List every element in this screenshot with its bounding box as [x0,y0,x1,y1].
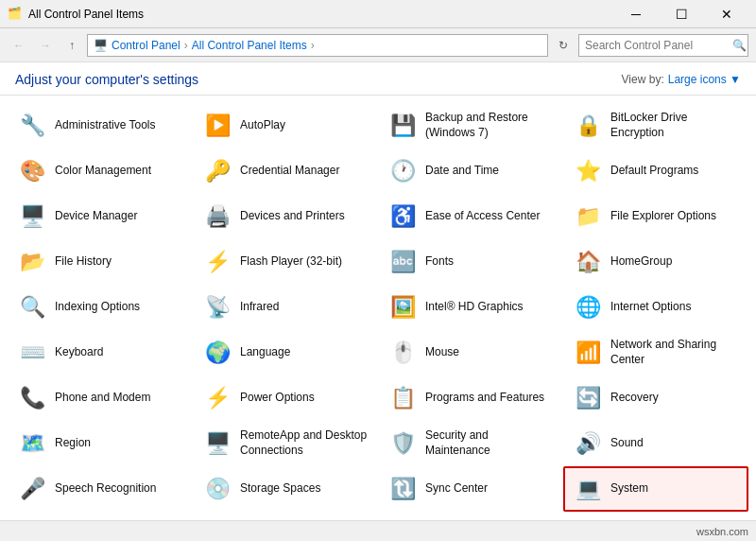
up-button[interactable]: ↑ [60,34,83,57]
cp-item-system[interactable]: 💻System [563,466,748,512]
cp-item-credential-manager[interactable]: 🔑Credential Manager [193,148,378,194]
search-button[interactable]: 🔍 [732,39,747,52]
cp-item-flash-player[interactable]: ⚡Flash Player (32-bit) [193,239,378,285]
cp-item-device-manager[interactable]: 🖥️Device Manager [8,194,193,239]
bitlocker-icon: 🔒 [573,111,603,141]
network-sharing-icon: 📶 [573,338,603,368]
cp-item-indexing-options[interactable]: 🔍Indexing Options [8,285,193,330]
cp-item-intel-hd-graphics[interactable]: 🖼️Intel® HD Graphics [378,285,563,330]
autoplay-label: AutoPlay [240,118,285,133]
cp-item-fonts[interactable]: 🔤Fonts [378,239,563,285]
breadcrumb-control-panel[interactable]: Control Panel [112,39,180,52]
cp-item-devices-printers[interactable]: 🖨️Devices and Printers [193,194,378,239]
cp-item-file-explorer-options[interactable]: 📁File Explorer Options [563,194,748,239]
phone-modem-icon: 📞 [17,383,47,413]
color-management-label: Color Management [55,164,151,179]
cp-item-sound[interactable]: 🔊Sound [563,421,748,466]
keyboard-label: Keyboard [55,345,103,360]
storage-spaces-icon: 💿 [202,474,232,504]
cp-item-bitlocker[interactable]: 🔒BitLocker Drive Encryption [563,103,748,148]
cp-item-internet-options[interactable]: 🌐Internet Options [563,285,748,330]
cp-item-language[interactable]: 🌍Language [193,330,378,375]
minimize-button[interactable]: ─ [614,0,658,28]
region-icon: 🗺️ [17,428,47,459]
cp-item-infrared[interactable]: 📡Infrared [193,285,378,330]
flash-player-icon: ⚡ [202,247,232,277]
file-history-label: File History [55,254,112,270]
cp-item-phone-modem[interactable]: 📞Phone and Modem [8,375,193,421]
date-time-icon: 🕐 [387,156,418,186]
cp-item-file-history[interactable]: 📂File History [8,239,193,285]
refresh-button[interactable]: ↻ [552,34,575,57]
indexing-options-label: Indexing Options [55,300,140,315]
search-wrapper: 🔍 [578,34,748,57]
cp-item-power-options[interactable]: ⚡Power Options [193,375,378,421]
back-button[interactable]: ← [8,34,30,57]
cp-item-taskbar-navigation[interactable]: 📌Taskbar and Navigation [8,512,193,520]
window-controls: ─ ☐ ✕ [614,0,748,28]
cp-item-network-sharing[interactable]: 📶Network and Sharing Center [563,330,748,375]
breadcrumb-all-items[interactable]: All Control Panel Items [192,39,307,52]
cp-item-storage-spaces[interactable]: 💿Storage Spaces [193,466,378,512]
cp-item-windows-defender[interactable]: 🛡️Windows Defender Firewall [563,512,748,520]
cp-item-homegroup[interactable]: 🏠HomeGroup [563,239,748,285]
file-explorer-options-label: File Explorer Options [610,209,716,224]
credential-manager-label: Credential Manager [240,164,339,179]
maximize-button[interactable]: ☐ [660,0,703,28]
programs-features-label: Programs and Features [425,391,544,406]
fonts-label: Fonts [425,254,454,270]
credential-manager-icon: 🔑 [202,156,232,186]
cp-item-troubleshooting[interactable]: 🔧Troubleshooting [193,512,378,520]
programs-features-icon: 📋 [387,383,418,413]
cp-item-default-programs[interactable]: ⭐Default Programs [563,148,748,194]
phone-modem-label: Phone and Modem [55,391,150,406]
sync-center-label: Sync Center [425,481,488,497]
security-maintenance-label: Security and Maintenance [425,428,554,458]
devices-printers-icon: 🖨️ [202,201,232,232]
window-title: All Control Panel Items [28,8,144,21]
status-bar: wsxbn.com [0,520,756,541]
administrative-tools-label: Administrative Tools [55,118,156,133]
speech-recognition-icon: 🎤 [17,474,47,504]
cp-item-security-maintenance[interactable]: 🛡️Security and Maintenance [378,421,563,466]
system-icon: 💻 [573,474,603,504]
view-by-value[interactable]: Large icons ▼ [668,73,741,86]
page-title: Adjust your computer's settings [15,72,198,87]
intel-hd-graphics-label: Intel® HD Graphics [425,300,524,315]
sound-label: Sound [610,436,644,451]
autoplay-icon: ▶️ [202,111,232,141]
main-content: Adjust your computer's settings View by:… [0,62,756,541]
dropdown-icon: ▼ [730,73,741,86]
system-label: System [610,481,648,497]
cp-item-administrative-tools[interactable]: 🔧Administrative Tools [8,103,193,148]
close-button[interactable]: ✕ [705,0,748,28]
cp-item-programs-features[interactable]: 📋Programs and Features [378,375,563,421]
cp-item-sync-center[interactable]: 🔃Sync Center [378,466,563,512]
forward-button[interactable]: → [34,34,57,57]
cp-item-remoteapp[interactable]: 🖥️RemoteApp and Desktop Connections [193,421,378,466]
cp-item-backup-restore[interactable]: 💾Backup and Restore (Windows 7) [378,103,563,148]
mouse-label: Mouse [425,345,459,360]
cp-item-recovery[interactable]: 🔄Recovery [563,375,748,421]
cp-item-speech-recognition[interactable]: 🎤Speech Recognition [8,466,193,512]
cp-item-user-accounts[interactable]: 👤User Accounts [378,512,563,520]
search-input[interactable] [578,34,748,57]
cp-item-date-time[interactable]: 🕐Date and Time [378,148,563,194]
cp-item-autoplay[interactable]: ▶️AutoPlay [193,103,378,148]
bitlocker-label: BitLocker Drive Encryption [610,111,739,140]
cp-item-mouse[interactable]: 🖱️Mouse [378,330,563,375]
administrative-tools-icon: 🔧 [17,111,47,141]
device-manager-label: Device Manager [55,209,137,224]
view-by-label: View by: [622,73,664,86]
indexing-options-icon: 🔍 [17,292,47,323]
file-history-icon: 📂 [17,247,47,277]
cp-item-ease-of-access[interactable]: ♿Ease of Access Center [378,194,563,239]
breadcrumb: 🖥️ Control Panel › All Control Panel Ite… [87,34,548,57]
cp-item-keyboard[interactable]: ⌨️Keyboard [8,330,193,375]
keyboard-icon: ⌨️ [17,338,47,368]
cp-item-region[interactable]: 🗺️Region [8,421,193,466]
homegroup-icon: 🏠 [573,247,603,277]
default-programs-icon: ⭐ [573,156,603,186]
cp-item-color-management[interactable]: 🎨Color Management [8,148,193,194]
remoteapp-label: RemoteApp and Desktop Connections [240,428,369,458]
